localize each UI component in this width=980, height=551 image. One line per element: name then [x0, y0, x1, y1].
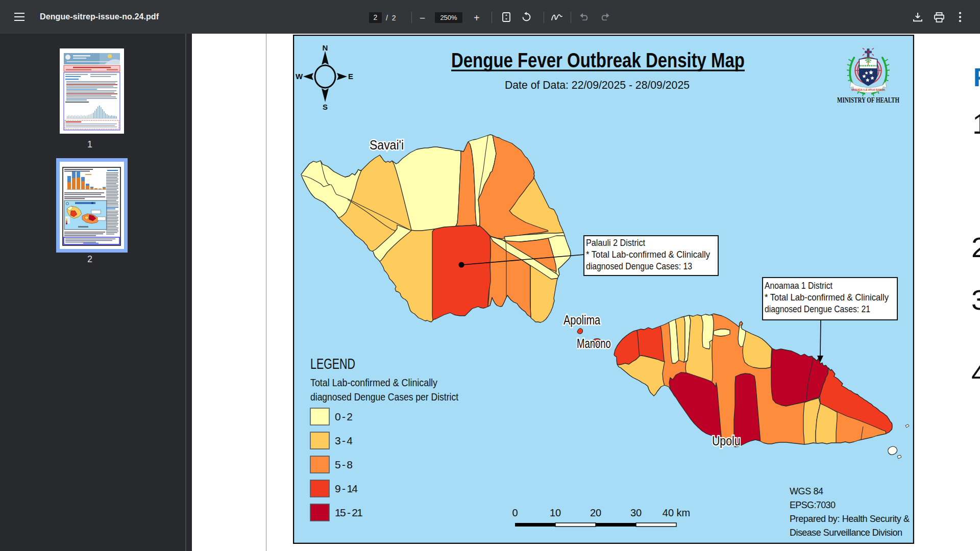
svg-text:0: 0	[512, 507, 518, 518]
svg-text:MINISTRY OF HEALTH: MINISTRY OF HEALTH	[837, 96, 899, 104]
svg-text:Anoamaa 1 District: Anoamaa 1 District	[765, 280, 832, 291]
svg-text:9 - 14: 9 - 14	[335, 483, 358, 494]
svg-text:N: N	[323, 43, 328, 52]
svg-text:W: W	[296, 72, 303, 81]
svg-text:3 - 4: 3 - 4	[335, 435, 353, 446]
svg-text:0 - 2: 0 - 2	[335, 411, 353, 422]
svg-text:20: 20	[590, 507, 601, 518]
svg-text:15 - 21: 15 - 21	[335, 507, 363, 518]
svg-text:Total Lab-confirmed & Clinical: Total Lab-confirmed & Clinically	[310, 377, 437, 388]
svg-text:5 - 8: 5 - 8	[335, 459, 353, 470]
svg-text:Prepared by: Health Security &: Prepared by: Health Security &	[790, 514, 910, 524]
svg-text:10: 10	[550, 507, 561, 518]
svg-text:Date of Data: 22/09/2025 - 28/: Date of Data: 22/09/2025 - 28/09/2025	[505, 79, 690, 91]
svg-text:EPSG:7030: EPSG:7030	[790, 500, 836, 510]
svg-text:30: 30	[630, 507, 642, 518]
svg-text:LEGEND: LEGEND	[310, 356, 355, 372]
svg-text:E: E	[348, 72, 353, 81]
svg-text:Manono: Manono	[577, 336, 611, 350]
svg-text:WGS 84: WGS 84	[790, 486, 823, 496]
svg-text:* Total Lab-confirmed & Clinic: * Total Lab-confirmed & Clinically	[586, 249, 710, 260]
svg-text:Palauli 2 District: Palauli 2 District	[586, 237, 645, 248]
svg-text:S: S	[323, 103, 328, 111]
svg-text:40 km: 40 km	[663, 507, 690, 518]
svg-text:Upolu: Upolu	[712, 434, 740, 448]
svg-text:Disease Surveillance Division: Disease Surveillance Division	[790, 528, 902, 538]
svg-text:diagnosed Dengue Cases: 13: diagnosed Dengue Cases: 13	[586, 261, 692, 271]
svg-text:Apolima: Apolima	[564, 313, 601, 328]
svg-text:Savai'i: Savai'i	[370, 138, 404, 152]
svg-text:diagnosed Dengue Cases: 21: diagnosed Dengue Cases: 21	[765, 304, 870, 314]
svg-text:Dengue Fever Outbreak Density: Dengue Fever Outbreak Density Map	[451, 49, 745, 71]
svg-text:* Total Lab-confirmed & Clinic: * Total Lab-confirmed & Clinically	[765, 292, 889, 303]
svg-text:diagnosed Dengue Cases per Dis: diagnosed Dengue Cases per District	[310, 391, 458, 403]
svg-text:SUSUGA I LE ATUA SAMOA: SUSUGA I LE ATUA SAMOA	[851, 88, 885, 91]
